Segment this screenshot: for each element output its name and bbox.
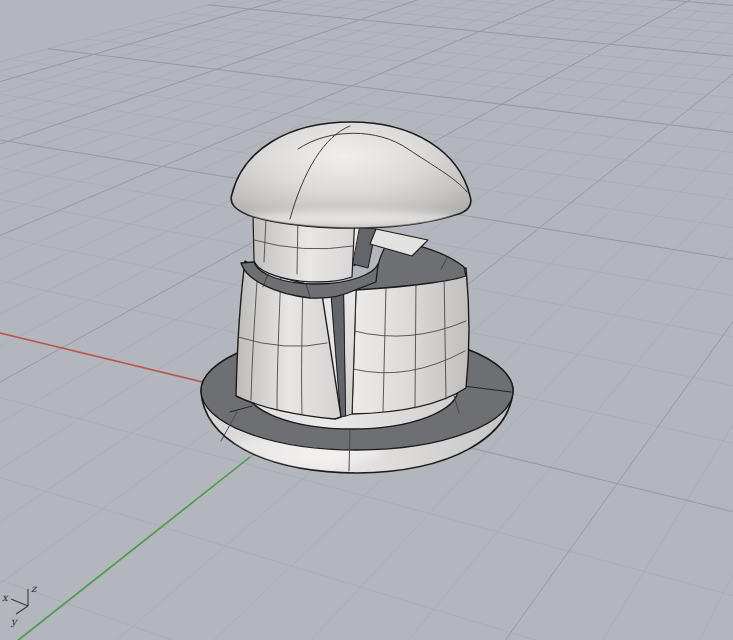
viewport-canvas[interactable]: z x y	[0, 0, 733, 640]
viewport-3d[interactable]: z x y	[0, 0, 733, 640]
cone-right-flank[interactable]	[352, 268, 469, 414]
